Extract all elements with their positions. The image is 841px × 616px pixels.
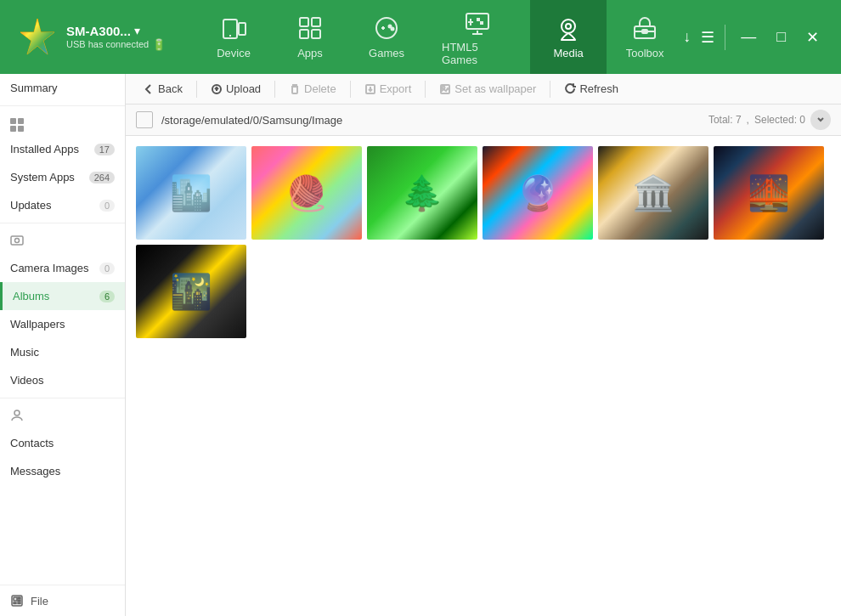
svg-point-22 <box>566 24 571 29</box>
media-section-icon <box>0 227 125 254</box>
svg-point-13 <box>392 28 394 31</box>
tab-html5games[interactable]: HTML5 Games <box>425 0 530 74</box>
sidebar-item-videos[interactable]: Videos <box>0 366 125 394</box>
contacts-section-icon <box>0 402 125 429</box>
topbar: SM-A300... ▾ USB has connected 🔋 Device <box>0 0 841 74</box>
export-button[interactable]: Export <box>358 79 419 99</box>
sidebar-separator-1 <box>0 105 125 106</box>
download-icon[interactable]: ↓ <box>683 28 691 46</box>
svg-rect-3 <box>239 23 246 35</box>
path-stats: Total: 7 , Selected: 0 <box>708 114 805 126</box>
image-thumb-5[interactable] <box>598 146 708 240</box>
sidebar-item-system-apps[interactable]: System Apps 264 <box>0 163 125 191</box>
toolbar-sep-1 <box>196 81 197 98</box>
svg-point-12 <box>389 25 392 28</box>
svg-rect-38 <box>292 87 297 93</box>
tab-media[interactable]: Media <box>530 0 607 74</box>
sidebar-item-albums[interactable]: Albums 6 <box>0 282 125 310</box>
minimize-button[interactable]: — <box>736 28 761 46</box>
delete-button[interactable]: Delete <box>282 79 343 99</box>
svg-rect-17 <box>477 19 479 20</box>
image-thumb-4[interactable] <box>483 146 593 240</box>
sidebar-item-music[interactable]: Music <box>0 338 125 366</box>
image-thumb-6[interactable] <box>714 146 824 240</box>
sidebar-apps-header <box>0 110 125 135</box>
image-thumb-7[interactable] <box>136 245 246 338</box>
pathbar: /storage/emulated/0/Samsung/Image Total:… <box>126 105 841 136</box>
tab-device[interactable]: Device <box>195 0 272 74</box>
sidebar-item-contacts[interactable]: Contacts <box>0 429 125 457</box>
tab-toolbox[interactable]: Toolbox <box>607 0 683 74</box>
maximize-button[interactable]: □ <box>771 28 791 46</box>
content-toolbar: Back Upload Delete <box>126 74 841 105</box>
svg-point-29 <box>14 410 20 415</box>
device-name: SM-A300... <box>66 24 131 38</box>
back-button[interactable]: Back <box>136 79 189 99</box>
sidebar-item-messages[interactable]: Messages <box>0 457 125 485</box>
menu-icon[interactable]: ☰ <box>701 28 714 47</box>
select-all-checkbox[interactable] <box>136 111 153 128</box>
expand-button[interactable] <box>810 110 831 130</box>
svg-point-21 <box>562 20 575 33</box>
path-text: /storage/emulated/0/Samsung/Image <box>161 114 708 127</box>
content-area: Back Upload Delete <box>126 74 841 616</box>
sidebar-item-wallpapers[interactable]: Wallpapers <box>0 310 125 338</box>
image-thumb-3[interactable] <box>367 146 477 240</box>
svg-rect-35 <box>18 602 20 604</box>
svg-rect-18 <box>481 22 483 24</box>
device-info: SM-A300... ▾ USB has connected 🔋 <box>8 17 195 58</box>
refresh-button[interactable]: Refresh <box>557 79 625 99</box>
app-logo <box>17 17 58 58</box>
svg-rect-34 <box>18 600 20 602</box>
svg-rect-6 <box>312 18 320 26</box>
svg-rect-5 <box>300 18 308 26</box>
image-thumb-1[interactable] <box>136 146 246 240</box>
main-layout: Summary Installed Apps 17 System Apps 26… <box>0 74 841 616</box>
sidebar-item-camera-images[interactable]: Camera Images 0 <box>0 254 125 282</box>
dropdown-icon[interactable]: ▾ <box>134 24 140 37</box>
toolbar-sep-5 <box>550 81 550 98</box>
sidebar-separator-3 <box>0 398 125 398</box>
svg-rect-31 <box>14 597 17 601</box>
toolbar-sep-4 <box>425 81 426 98</box>
nav-tabs: Device Apps Games <box>195 0 683 74</box>
toolbar-sep-2 <box>274 81 275 98</box>
sidebar-separator-2 <box>0 223 125 223</box>
svg-rect-33 <box>18 597 20 599</box>
topbar-right: ↓ ☰ — □ ✕ <box>683 25 833 50</box>
set-as-wallpaper-button[interactable]: Set as wallpaper <box>432 79 543 99</box>
svg-rect-27 <box>11 236 23 245</box>
sidebar-item-installed-apps[interactable]: Installed Apps 17 <box>0 135 125 163</box>
svg-point-28 <box>15 239 20 243</box>
close-button[interactable]: ✕ <box>801 28 824 47</box>
sidebar-item-summary[interactable]: Summary <box>0 74 125 102</box>
sidebar-footer-file[interactable]: File <box>0 585 125 616</box>
image-thumb-2[interactable] <box>251 146 362 240</box>
tab-games[interactable]: Games <box>348 0 425 74</box>
device-status: USB has connected 🔋 <box>66 38 166 51</box>
svg-rect-8 <box>312 30 320 38</box>
image-grid <box>126 136 841 616</box>
toolbar-sep-3 <box>350 81 351 98</box>
grid-icon <box>10 118 24 132</box>
sidebar: Summary Installed Apps 17 System Apps 26… <box>0 74 126 616</box>
upload-button[interactable]: Upload <box>204 79 268 99</box>
sidebar-item-updates[interactable]: Updates 0 <box>0 191 125 219</box>
tab-apps[interactable]: Apps <box>272 0 348 74</box>
svg-rect-7 <box>300 30 308 38</box>
svg-rect-32 <box>14 602 16 604</box>
topbar-divider <box>725 25 725 50</box>
